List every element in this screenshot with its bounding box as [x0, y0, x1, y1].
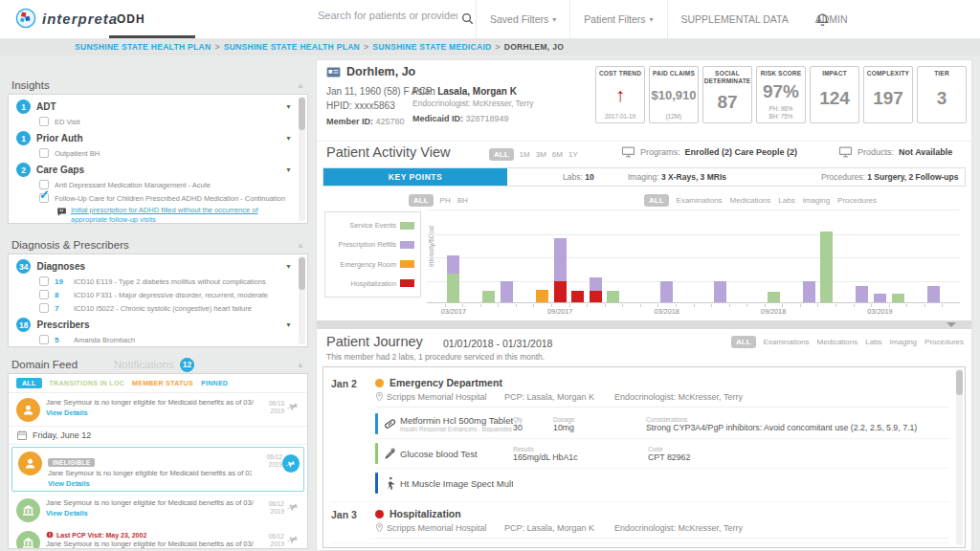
nav-item-saved-filters[interactable]: Saved Filters▾ — [476, 0, 569, 38]
journey-filter-all[interactable]: ALL — [731, 336, 756, 348]
notifications-bell-icon[interactable] — [815, 11, 830, 26]
journey-filter-imaging[interactable]: Imaging — [890, 338, 917, 346]
breadcrumb-link[interactable]: SUNSHINE STATE HEALTH PLAN — [75, 42, 211, 52]
category-filter-medications[interactable]: Medications — [730, 196, 771, 205]
feed-tab-member-status[interactable]: MEMBER STATUS — [132, 380, 193, 386]
search-icon[interactable] — [461, 12, 474, 25]
diagnosis-prescribers-header[interactable]: Diagnosis & Prescribers ▲ — [8, 236, 308, 253]
insights-scrollbar[interactable] — [299, 97, 305, 221]
chevron-down-icon[interactable]: ▼ — [285, 263, 292, 270]
journey-event-details: Metformin Hcl 500mg TabletInsulin Respon… — [375, 409, 949, 497]
range-filter-3m[interactable]: 3M — [536, 150, 546, 159]
domain-filter-bh[interactable]: BH — [457, 196, 468, 205]
search-input[interactable] — [316, 9, 459, 22]
journey-scrollbar[interactable] — [956, 369, 963, 545]
domain-filter-all[interactable]: ALL — [409, 194, 434, 207]
journey-detail-row[interactable]: Glucose blood TestResults165mg/dL HbA1cC… — [375, 439, 949, 469]
stat-card-sub: PH: 98% — [769, 105, 793, 113]
main-content: Dorhlem, Jo Jan 11, 1960 (58) F Asian HP… — [316, 59, 972, 551]
pin-button[interactable] — [282, 454, 300, 473]
tab-odh[interactable]: ODH — [117, 12, 145, 26]
stat-card-value: 124 — [819, 77, 850, 121]
detail-col-value: Strong CYP3A4/PgP inhibitors: Avoid conc… — [646, 423, 946, 432]
diagnosis-group-header[interactable]: 34Diagnoses▼ — [16, 259, 292, 274]
journey-filter-labs[interactable]: Labs — [865, 338, 881, 346]
scroll-down-arrow-icon[interactable] — [947, 322, 956, 327]
axis-tick — [942, 304, 943, 307]
journey-detail-row[interactable]: Metformin Hcl 500mg TabletInsulin Respon… — [375, 409, 949, 439]
feed-item-view-details-link[interactable]: View Details — [46, 408, 254, 417]
feed-tab-all[interactable]: ALL — [16, 378, 42, 388]
top-navbar: interpreta ODH Saved Filters▾Patient Fil… — [0, 0, 980, 38]
checkbox[interactable]: ✓ — [39, 193, 49, 203]
feed-item-view-details-link[interactable]: View Details — [48, 479, 252, 488]
checkbox[interactable] — [39, 276, 49, 286]
range-filter-6m[interactable]: 6M — [552, 150, 563, 159]
collapse-icon[interactable]: ▲ — [297, 361, 304, 369]
diagnosis-scrollbar[interactable] — [299, 256, 305, 344]
feed-item-view-details-link[interactable]: View Details — [46, 509, 254, 518]
insight-note-link[interactable]: Initial prescription for ADHD filled wit… — [71, 206, 284, 224]
checkbox[interactable] — [39, 148, 49, 158]
interpreta-logo[interactable]: interpreta — [15, 8, 118, 29]
category-filter-labs[interactable]: Labs — [778, 196, 794, 205]
insight-group-header[interactable]: 2Care Gaps▼ — [16, 163, 292, 177]
breadcrumb-link[interactable]: SUNSHINE STATE MEDICAID — [372, 42, 491, 52]
checkbox[interactable] — [39, 335, 49, 344]
domain-feed-header[interactable]: Domain Feed Notifications 12 ▲ — [8, 356, 308, 373]
insight-group-header[interactable]: 1ADT▼ — [16, 99, 292, 114]
nav-item-patient-filters[interactable]: Patient Filters▾ — [569, 0, 666, 38]
pin-button[interactable] — [284, 401, 301, 412]
range-filter-all[interactable]: ALL — [489, 148, 514, 161]
feed-item[interactable]: Jane Seymour is no longer eligible for M… — [9, 393, 307, 426]
chevron-down-icon[interactable]: ▼ — [285, 321, 292, 328]
chart-bar — [768, 292, 780, 302]
notifications-label[interactable]: Notifications — [114, 359, 174, 370]
feed-item[interactable]: Last PCP Visit: May 23, 2002Jane Seymour… — [9, 526, 307, 549]
detail-category-bar — [375, 413, 378, 434]
diagnosis-group-header[interactable]: 18Prescribers▼ — [16, 318, 292, 332]
chevron-down-icon[interactable]: ▼ — [285, 103, 292, 110]
chevron-down-icon[interactable]: ▼ — [285, 135, 292, 142]
gridline — [427, 234, 960, 235]
insights-header[interactable]: Insights ▲ — [8, 77, 308, 94]
feed-tab-pinned[interactable]: PINNED — [201, 380, 228, 386]
chart-horizontal-scrollbar[interactable] — [317, 320, 971, 329]
insight-group-header[interactable]: 1Prior Auth▼ — [16, 131, 292, 145]
person-icon — [23, 456, 37, 471]
collapse-icon[interactable]: ▲ — [297, 81, 304, 90]
legend-item-swatch — [400, 279, 414, 287]
checkbox[interactable] — [39, 303, 49, 313]
breadcrumb-link[interactable]: SUNSHINE STATE HEALTH PLAN — [224, 42, 360, 52]
category-filter-imaging[interactable]: Imaging — [803, 196, 830, 205]
range-filter-1m[interactable]: 1M — [520, 150, 530, 159]
journey-filter-medications[interactable]: Medications — [817, 338, 858, 346]
category-filter-examinations[interactable]: Examinations — [677, 196, 723, 205]
breadcrumb: SUNSHINE STATE HEALTH PLAN>SUNSHINE STAT… — [0, 38, 980, 55]
patient-journey-subtitle: This member had 2 labs, 1 procedure serv… — [326, 352, 545, 362]
detail-col-label: Qty — [513, 416, 549, 423]
feed-tab-transitions-in-loc[interactable]: TRANSITIONS IN LOC — [50, 380, 125, 386]
chevron-down-icon[interactable]: ▼ — [285, 166, 292, 173]
checkbox[interactable] — [39, 117, 49, 126]
checkbox[interactable] — [39, 290, 49, 299]
journey-filter-procedures[interactable]: Procedures — [924, 338, 964, 346]
pin-button[interactable] — [284, 501, 301, 513]
range-filter-1y[interactable]: 1Y — [568, 150, 578, 159]
diagnosis-item-label: ICD10 F331 - Major depressive disorder, … — [74, 291, 268, 299]
category-filter-all[interactable]: ALL — [644, 194, 669, 207]
diagnosis-item-label: ICD10 E119 - Type 2 diabetes mollitus wi… — [74, 277, 266, 286]
collapse-icon[interactable]: ▲ — [297, 241, 304, 250]
nav-item-admin[interactable]: ADMIN — [802, 0, 861, 38]
category-filter-procedures[interactable]: Procedures — [837, 196, 877, 205]
pin-button[interactable] — [284, 534, 301, 545]
key-points-stat: Labs: 10 — [563, 172, 594, 182]
key-points-tab[interactable]: KEY POINTS — [323, 168, 507, 186]
feed-item[interactable]: INELIGIBLEJane Seymour is no longer elig… — [11, 447, 304, 492]
nav-item-supplemental-data[interactable]: SUPPLEMENTAL DATA — [667, 0, 802, 38]
domain-filter-ph[interactable]: PH — [440, 196, 451, 205]
diagnosis-item-label: ICD10 I5022 - Chronic systolic (congesti… — [74, 304, 252, 313]
journey-filter-examinations[interactable]: Examinations — [764, 338, 810, 346]
journey-detail-row[interactable]: Ht Muscle Image Spect Mult — [375, 469, 949, 497]
feed-item[interactable]: Jane Seymour is no longer eligible for M… — [9, 494, 307, 526]
